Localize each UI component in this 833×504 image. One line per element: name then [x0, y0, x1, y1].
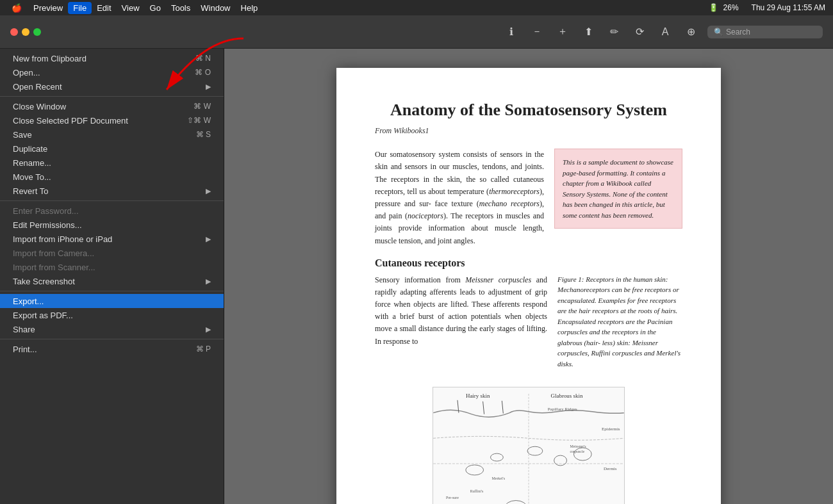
document-area: Anatomy of the Somatosensory System From…: [224, 49, 833, 504]
menu-import-camera: Import from Camera...: [0, 246, 224, 260]
menu-export-pdf[interactable]: Export as PDF...: [0, 308, 224, 322]
menubar: 🍎 Preview File Edit View Go Tools Window…: [0, 0, 833, 15]
menu-save[interactable]: Save ⌘ S: [0, 127, 224, 142]
menu-preview[interactable]: Preview: [28, 2, 68, 14]
menu-take-screenshot[interactable]: Take Screenshot ▶: [0, 274, 224, 288]
svg-line-5: [483, 402, 484, 414]
svg-point-12: [466, 465, 484, 475]
more-button[interactable]: ⊕: [682, 23, 700, 41]
menu-new-from-clipboard[interactable]: New from Clipboard ⌘ N: [0, 51, 224, 65]
svg-text:Meissner's: Meissner's: [570, 444, 586, 448]
menu-move-to[interactable]: Move To...: [0, 170, 224, 184]
menu-revert-to[interactable]: Revert To ▶: [0, 184, 224, 198]
menu-window[interactable]: Window: [195, 2, 235, 14]
svg-text:corpuscle: corpuscle: [570, 450, 584, 453]
menu-tools[interactable]: Tools: [166, 2, 195, 14]
markup-button[interactable]: ✏: [605, 23, 623, 41]
rotate-button[interactable]: ⟳: [631, 23, 648, 41]
share-button[interactable]: ⬆: [579, 23, 597, 41]
zoom-out-button[interactable]: －: [528, 23, 546, 41]
svg-point-15: [527, 446, 543, 455]
svg-point-20: [504, 501, 527, 504]
traffic-lights: [10, 28, 41, 36]
pink-box: This is a sample document to showcase pa…: [554, 149, 682, 229]
menu-share[interactable]: Share ▶: [0, 322, 224, 336]
menu-import-iphone[interactable]: Import from iPhone or iPad ▶: [0, 232, 224, 246]
text-button[interactable]: A: [656, 23, 674, 41]
separator-1: [0, 96, 224, 97]
svg-text:Epidermis: Epidermis: [602, 427, 620, 432]
menubar-time: Thu 29 Aug 11:55 AM: [749, 3, 828, 12]
document-title: Anatomy of the Somatosensory System: [375, 100, 682, 120]
menu-rename[interactable]: Rename...: [0, 156, 224, 170]
section1-title: Cutaneous receptors: [375, 257, 682, 269]
menu-close-window[interactable]: Close Window ⌘ W: [0, 99, 224, 113]
menubar-left: 🍎 Preview File Edit View Go Tools Window…: [5, 2, 263, 14]
menu-view[interactable]: View: [117, 2, 145, 14]
svg-line-6: [502, 401, 503, 414]
menu-export[interactable]: Export...: [0, 294, 224, 308]
fullscreen-button[interactable]: [33, 28, 41, 36]
apple-menu[interactable]: 🍎: [5, 3, 28, 13]
info-button[interactable]: ℹ: [502, 23, 520, 41]
svg-text:Hairy skin: Hairy skin: [466, 393, 490, 399]
search-placeholder: Search: [726, 28, 750, 37]
minimize-button[interactable]: [22, 28, 29, 36]
svg-text:Pre-sure: Pre-sure: [446, 496, 459, 500]
separator-3: [0, 291, 224, 291]
menu-file[interactable]: File: [68, 2, 92, 14]
content-area: New from Clipboard ⌘ N Open... ⌘ O Open …: [0, 49, 833, 504]
document-subtitle: From Wikibooks1: [375, 126, 682, 136]
svg-text:Dermis: Dermis: [604, 466, 617, 471]
menubar-right: 🔋 26% Thu 29 Aug 11:55 AM: [706, 3, 828, 12]
menu-go[interactable]: Go: [145, 2, 166, 14]
search-icon: 🔍: [714, 28, 723, 37]
svg-point-14: [491, 453, 504, 461]
menu-close-pdf[interactable]: Close Selected PDF Document ⇧⌘ W: [0, 113, 224, 127]
pdf-page: Anatomy of the Somatosensory System From…: [336, 68, 721, 504]
figure-caption: Figure 1: Receptors in the human skin: M…: [557, 274, 682, 370]
svg-text:Ruffini's: Ruffini's: [470, 489, 484, 493]
menu-duplicate[interactable]: Duplicate: [0, 142, 224, 156]
svg-text:Merkel's: Merkel's: [491, 476, 505, 480]
menu-import-scanner: Import from Scanner...: [0, 260, 224, 274]
skin-diagram: Hairy skin Glabrous skin: [433, 387, 625, 504]
menu-edit[interactable]: Edit: [92, 2, 116, 14]
app-window: ℹ － ＋ ⬆ ✏ ⟳ A ⊕ 🔍 Search New from Clipbo…: [0, 15, 833, 504]
file-menu-dropdown: New from Clipboard ⌘ N Open... ⌘ O Open …: [0, 49, 224, 504]
menu-open-recent[interactable]: Open Recent ▶: [0, 79, 224, 93]
separator-4: [0, 339, 224, 339]
search-box[interactable]: 🔍 Search: [707, 26, 823, 38]
menu-help[interactable]: Help: [236, 2, 263, 14]
menu-edit-permissions[interactable]: Edit Permissions...: [0, 218, 224, 232]
zoom-in-button[interactable]: ＋: [554, 23, 572, 41]
menu-open[interactable]: Open... ⌘ O: [0, 65, 224, 79]
menu-print[interactable]: Print... ⌘ P: [0, 342, 224, 356]
svg-point-16: [554, 455, 567, 466]
menubar-icons: 🔋 26%: [706, 3, 743, 12]
svg-text:Papillary Ridges: Papillary Ridges: [548, 407, 577, 412]
separator-2: [0, 200, 224, 201]
menu-enter-password: Enter Password...: [0, 204, 224, 218]
toolbar: ℹ － ＋ ⬆ ✏ ⟳ A ⊕ 🔍 Search: [0, 15, 833, 49]
svg-text:Glabrous skin: Glabrous skin: [551, 393, 583, 399]
close-button[interactable]: [10, 28, 18, 36]
